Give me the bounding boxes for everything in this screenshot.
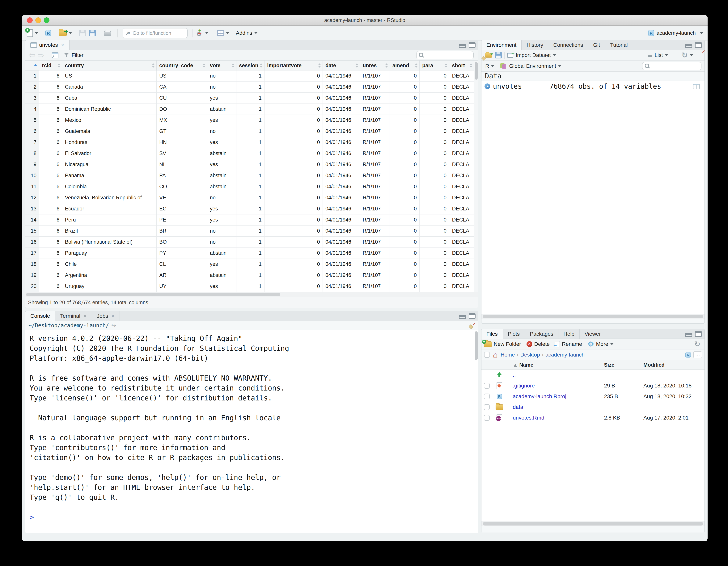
environment-search-box[interactable] (642, 62, 701, 70)
sort-toggle-icon[interactable] (415, 63, 418, 68)
file-checkbox[interactable] (484, 383, 490, 389)
table-row[interactable]: 156BrazilBRno1004/01/1946R/1/10700DECLA (25, 226, 478, 237)
header-size[interactable]: Size (604, 360, 643, 370)
goto-file-input[interactable] (133, 30, 185, 36)
version-control-button[interactable]: +−G (197, 26, 209, 40)
forward-icon[interactable]: ⇨ (37, 50, 44, 60)
save-workspace-icon[interactable] (495, 52, 502, 58)
refresh-files-icon[interactable]: ↻ (694, 340, 700, 348)
file-checkbox[interactable] (484, 404, 490, 410)
column-header-date[interactable]: date (323, 61, 360, 70)
header-name[interactable]: ▲ Name (507, 360, 604, 370)
file-link[interactable]: academy-launch.Rproj (507, 393, 604, 399)
table-row[interactable]: 186ChileCLyes1004/01/1946R/1/10700DECLA (25, 259, 478, 270)
tab-unvotes[interactable]: unvotes × (25, 40, 70, 50)
maximize-pane-icon[interactable] (695, 331, 702, 337)
table-row[interactable]: 56MexicoMXyes1004/01/1946R/1/10700DECLA (25, 115, 478, 126)
breadcrumb-home[interactable]: Home (501, 352, 515, 358)
minimize-pane-icon[interactable] (685, 333, 692, 337)
addins-menu[interactable]: Addins (236, 26, 258, 40)
column-header-country[interactable]: country (62, 61, 157, 70)
table-row[interactable]: 136EcuadorECyes1004/01/1946R/1/10700DECL… (25, 203, 478, 214)
table-row[interactable]: 26CanadaCAno1004/01/1946R/1/10700DECLA (25, 82, 478, 93)
open-file-button[interactable]: ➜ (59, 26, 72, 40)
column-header-amend[interactable]: amend (390, 61, 420, 70)
table-row[interactable]: 96NicaraguaNIyes1004/01/1946R/1/10700DEC… (25, 159, 478, 170)
save-button[interactable] (79, 26, 86, 40)
close-tab-icon[interactable]: × (61, 40, 64, 50)
new-project-button[interactable]: R (45, 26, 51, 40)
maximize-pane-icon[interactable] (469, 42, 476, 48)
breadcrumb-desktop[interactable]: Desktop (520, 352, 540, 358)
goto-file-search[interactable]: ➜ (123, 28, 188, 38)
table-row[interactable]: 106PanamaPAabstain1004/01/1946R/1/10700D… (25, 170, 478, 181)
tab-viewer[interactable]: Viewer (580, 329, 606, 339)
column-header-rcid[interactable]: rcid (39, 61, 62, 70)
file-checkbox[interactable] (484, 394, 490, 399)
clear-console-icon[interactable] (469, 323, 475, 329)
table-row[interactable]: 36CubaCUyes1004/01/1946R/1/10700DECLA (25, 93, 478, 104)
table-vertical-scrollbar[interactable] (474, 61, 478, 292)
tab-console[interactable]: Console (25, 311, 55, 321)
tab-files[interactable]: Files (481, 329, 503, 339)
tab-packages[interactable]: Packages (525, 329, 558, 339)
file-link[interactable]: .gitignore (507, 383, 604, 389)
tab-terminal[interactable]: Terminal × (55, 311, 92, 321)
column-header-session[interactable]: session (236, 61, 265, 70)
sort-toggle-icon[interactable] (445, 63, 448, 68)
close-tab-icon[interactable]: × (83, 311, 87, 321)
tab-history[interactable]: History (522, 40, 548, 50)
select-all-checkbox[interactable] (484, 352, 490, 358)
more-menu[interactable]: More (596, 341, 608, 347)
tab-tutorial[interactable]: Tutorial (605, 40, 633, 50)
file-link[interactable]: data (507, 404, 604, 410)
table-row[interactable]: 196ArgentinaARabstain1004/01/1946R/1/107… (25, 270, 478, 281)
sort-toggle-icon[interactable] (260, 63, 263, 68)
breadcrumb-project[interactable]: academy-launch (545, 352, 585, 358)
minimize-pane-icon[interactable] (685, 44, 692, 48)
tab-help[interactable]: Help (558, 329, 580, 339)
header-modified[interactable]: Modified (643, 360, 705, 370)
project-menu[interactable]: R academy-launch (648, 26, 703, 40)
sort-toggle-icon[interactable] (232, 63, 235, 68)
open-in-new-window-icon[interactable] (52, 52, 58, 58)
tab-environment[interactable]: Environment (481, 40, 522, 50)
load-workspace-icon[interactable]: ➜ (485, 53, 492, 58)
back-icon[interactable]: ⇦ (28, 50, 36, 60)
print-button[interactable] (104, 26, 111, 40)
table-search-box[interactable] (416, 51, 474, 59)
view-table-icon[interactable] (693, 84, 700, 89)
table-row[interactable]: 146PeruPEyes1004/01/1946R/1/10700DECLA (25, 214, 478, 226)
sort-toggle-icon[interactable] (385, 63, 388, 68)
column-header-para[interactable]: para (420, 61, 449, 70)
refresh-environment-button[interactable]: ↻ (682, 51, 693, 59)
table-row[interactable]: 46Dominican RepublicDOabstain1004/01/194… (25, 104, 478, 115)
scrollbar-thumb[interactable] (483, 315, 703, 318)
minimize-pane-icon[interactable] (459, 315, 466, 319)
sort-toggle-icon[interactable] (470, 63, 473, 68)
environment-search-input[interactable] (650, 65, 699, 68)
table-row[interactable]: 206UruguayUYyes1004/01/1946R/1/10700DECL… (25, 281, 478, 292)
table-row[interactable]: 166Bolivia (Plurinational State of)BOno1… (25, 237, 478, 248)
sort-toggle-icon[interactable] (57, 63, 61, 68)
column-header-vote[interactable]: vote (207, 61, 236, 70)
tab-git[interactable]: Git (588, 40, 605, 50)
rename-button[interactable]: Rename (562, 341, 582, 347)
table-horizontal-scrollbar[interactable] (25, 292, 478, 297)
tab-jobs[interactable]: Jobs × (92, 311, 120, 321)
pane-layout-button[interactable] (217, 26, 229, 40)
save-all-button[interactable] (89, 26, 96, 40)
table-row[interactable]: 116ColombiaCOabstain1004/01/1946R/1/1070… (25, 181, 478, 192)
global-environment-menu[interactable]: Global Environment (509, 63, 556, 69)
console-prompt[interactable]: > (30, 512, 478, 522)
column-header-rownum[interactable] (25, 61, 39, 70)
sort-toggle-icon[interactable] (202, 63, 205, 68)
tab-plots[interactable]: Plots (503, 329, 525, 339)
list-view-menu[interactable]: ≡ List (648, 52, 668, 58)
scrollbar-thumb[interactable] (26, 293, 280, 296)
sort-toggle-icon[interactable] (355, 63, 358, 68)
import-dataset-button[interactable]: Import Dataset (516, 52, 551, 58)
new-file-button[interactable]: + (27, 26, 38, 40)
table-row[interactable]: 126Venezuela, Bolivarian Republic ofVEno… (25, 192, 478, 203)
r-language-menu[interactable]: R (485, 63, 489, 69)
